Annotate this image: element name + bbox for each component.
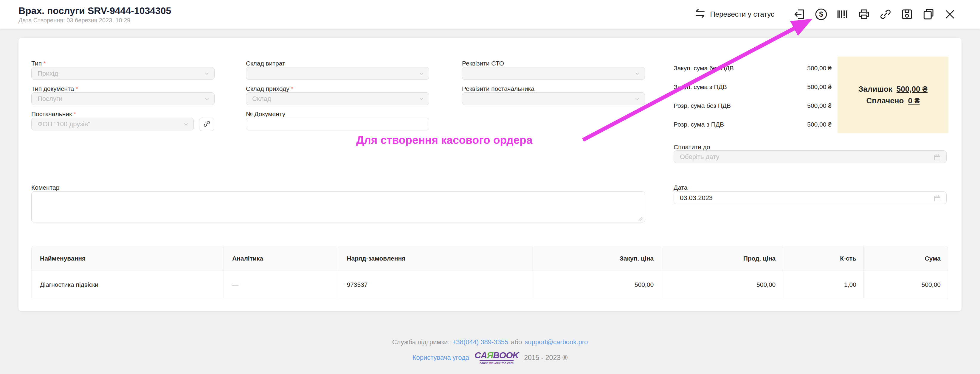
balance-label: Залишок [858, 84, 892, 94]
logo-tagline: cause we love the cars [480, 360, 514, 365]
total-row: Розр. сума без ПДВ 500,00 ₴ [674, 96, 832, 115]
doc-number-label: № Документу [246, 111, 429, 117]
supplier-label: Постачальник [31, 111, 215, 117]
expense-warehouse-label: Склад витрат [246, 60, 429, 67]
dollar-circle-icon: $ [814, 8, 828, 21]
save-icon [900, 8, 913, 21]
annotation-text: Для створення касового ордера [356, 134, 533, 146]
supplier-value: ФОП "100 друзів" [38, 120, 90, 128]
chevron-down-icon [634, 95, 641, 104]
paid-value[interactable]: 0 ₴ [908, 96, 920, 105]
barcode-icon [836, 8, 849, 21]
supplier-requisites-select[interactable] [462, 92, 645, 105]
sto-requisites-label: Реквізити СТО [462, 60, 645, 67]
pay-until-input[interactable] [674, 151, 947, 163]
support-line: Служба підтримки: +38(044) 389-3355 або … [0, 338, 980, 346]
col-sum: Сума [864, 246, 948, 271]
date-label: Дата [674, 184, 687, 191]
balance-line: Залишок 500,00 ₴ [858, 84, 928, 94]
doc-type-label: Тип документа [31, 85, 215, 92]
support-or: або [511, 338, 522, 346]
cell-analytics: — [224, 271, 339, 298]
comment-label: Коментар [31, 184, 59, 191]
copy-icon [922, 8, 935, 21]
swap-status-icon [694, 8, 706, 21]
col-purchase-price: Закуп. ціна [533, 246, 661, 271]
col-qty: К-сть [783, 246, 864, 271]
table-header-row: Найменування Аналітика Наряд-замовлення … [31, 246, 948, 271]
balance-value[interactable]: 500,00 ₴ [897, 84, 928, 94]
chevron-down-icon [204, 95, 210, 104]
supplier-link-button[interactable] [199, 117, 214, 131]
page-title: Врах. послуги SRV-9444-1034305 [19, 5, 171, 16]
chevron-down-icon [418, 95, 425, 104]
col-analytics: Аналітика [224, 246, 339, 271]
total-value: 500,00 ₴ [807, 121, 832, 128]
table-row[interactable]: Діагностика підвіски — 973537 500,00 500… [31, 271, 948, 298]
carbook-logo: CAЯBOOK cause we love the cars [474, 351, 519, 365]
pay-until-label: Сплатити до [674, 144, 710, 151]
total-label: Закуп. сума без ПДВ [674, 65, 734, 72]
date-input[interactable] [674, 192, 947, 204]
type-value: Прихід [38, 70, 58, 78]
change-status-button[interactable]: Перевести у статус [694, 8, 774, 21]
type-label: Тип [31, 60, 215, 67]
print-button[interactable] [857, 8, 871, 21]
title-block: Врах. послуги SRV-9444-1034305 Дата Ство… [19, 5, 171, 24]
items-table: Найменування Аналітика Наряд-замовлення … [31, 246, 948, 298]
close-icon [943, 8, 957, 21]
support-phone-link[interactable]: +38(044) 389-3355 [452, 338, 509, 346]
total-value: 500,00 ₴ [807, 102, 832, 109]
support-email-link[interactable]: support@carbook.pro [525, 338, 588, 346]
link-icon [203, 120, 211, 128]
type-select[interactable]: Прихід [31, 67, 215, 80]
chevron-down-icon [634, 70, 641, 79]
toolbar: Перевести у статус $ [694, 8, 957, 21]
doc-type-select[interactable]: Послуги [31, 92, 215, 105]
total-label: Розр. сума без ПДВ [674, 102, 731, 109]
chevron-down-icon [183, 121, 189, 129]
totals: Закуп. сума без ПДВ 500,00 ₴ Закуп. сума… [674, 59, 832, 134]
copyright: 2015 - 2023 ® [524, 354, 568, 362]
close-button[interactable] [943, 8, 957, 21]
link-icon [879, 8, 892, 21]
income-warehouse-label: Склад приходу [246, 85, 429, 92]
supplier-select[interactable]: ФОП "100 друзів" [31, 117, 194, 130]
total-row: Закуп. сума без ПДВ 500,00 ₴ [674, 59, 832, 78]
support-prefix: Служба підтримки: [392, 338, 450, 346]
copy-link-button[interactable] [879, 8, 892, 21]
printer-icon [858, 8, 870, 21]
sto-requisites-select[interactable] [462, 67, 645, 80]
income-warehouse-placeholder: Склад [252, 95, 271, 103]
footer-line: Користувача угода CAЯBOOK cause we love … [0, 351, 980, 365]
income-warehouse-select[interactable]: Склад [246, 92, 429, 105]
chevron-down-icon [418, 70, 425, 79]
barcode-button[interactable] [836, 8, 850, 21]
user-agreement-link[interactable]: Користувача угода [412, 354, 469, 361]
save-button[interactable] [900, 8, 914, 21]
comment-textarea[interactable] [31, 192, 645, 222]
total-label: Закуп. сума з ПДВ [674, 83, 727, 90]
col-sale-price: Прод. ціна [661, 246, 783, 271]
total-value: 500,00 ₴ [807, 65, 832, 72]
paid-label: Сплачено [867, 96, 904, 105]
doc-type-value: Послуги [38, 95, 62, 103]
doc-number-input[interactable] [246, 117, 429, 130]
expense-warehouse-select[interactable] [246, 67, 429, 80]
supplier-requisites-label: Реквізити постачальника [462, 85, 645, 92]
page: Врах. послуги SRV-9444-1034305 Дата Ство… [0, 0, 980, 374]
cell-qty: 1,00 [783, 271, 864, 298]
topbar: Врах. послуги SRV-9444-1034305 Дата Ство… [0, 0, 980, 29]
total-value: 500,00 ₴ [807, 83, 832, 90]
create-cash-order-button[interactable]: $ [814, 8, 828, 21]
document-card: Тип Прихід Тип документа Послуги Постача… [19, 38, 961, 311]
total-row: Розр. сума з ПДВ 500,00 ₴ [674, 115, 832, 134]
cell-purchase-price: 500,00 [533, 271, 661, 298]
total-row: Закуп. сума з ПДВ 500,00 ₴ [674, 78, 832, 96]
svg-text:$: $ [819, 10, 823, 18]
duplicate-button[interactable] [921, 8, 935, 21]
change-status-label: Перевести у статус [710, 10, 774, 19]
cell-work-order: 973537 [338, 271, 533, 298]
chevron-down-icon [204, 70, 210, 79]
export-button[interactable] [793, 8, 807, 21]
